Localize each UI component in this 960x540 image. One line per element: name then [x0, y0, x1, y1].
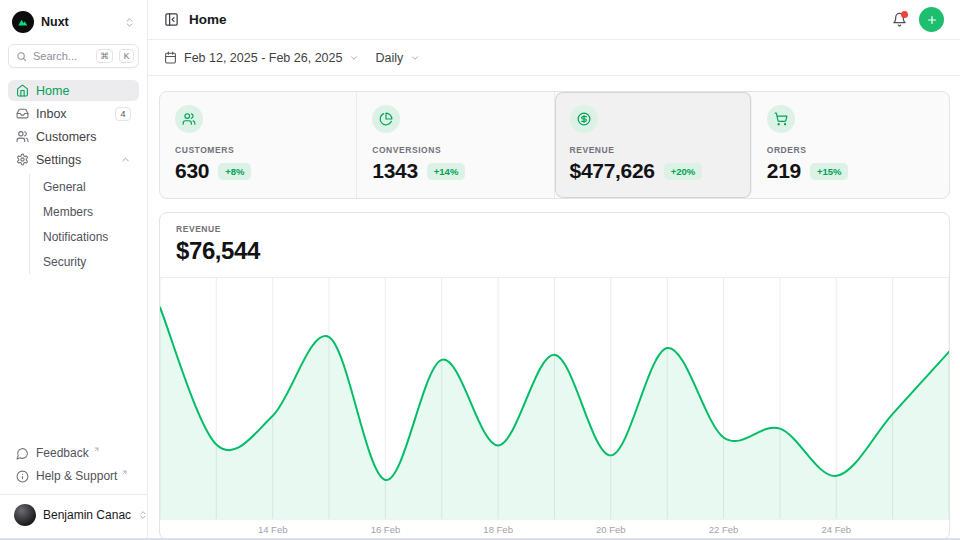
stat-value: $477,626: [570, 159, 655, 183]
external-link-icon: [121, 469, 128, 476]
user-name: Benjamin Canac: [43, 508, 131, 522]
revenue-chart-svg: [160, 278, 949, 519]
home-icon: [16, 84, 29, 97]
stat-value: 630: [175, 159, 209, 183]
revenue-chart-card: REVENUE $76,544 14 Feb16 Feb18 Feb20 Feb…: [159, 212, 950, 540]
sidebar-footer-links: Feedback Help & Support: [8, 443, 139, 494]
search-input[interactable]: Search... ⌘ K: [8, 44, 139, 68]
info-circle-icon: [16, 470, 29, 483]
chevrons-up-down-icon: [138, 510, 148, 520]
chevron-down-icon: [349, 53, 359, 63]
sidebar-nav: Home Inbox 4 Customers Settings Genera: [8, 80, 139, 274]
sidebar-item-home[interactable]: Home: [8, 80, 139, 101]
help-support-label: Help & Support: [36, 469, 117, 483]
inbox-count-badge: 4: [115, 107, 131, 121]
workspace-switcher[interactable]: Nuxt: [8, 8, 139, 44]
stat-delta-badge: +15%: [810, 163, 849, 180]
panel-collapse-icon[interactable]: [164, 12, 179, 27]
sidebar-item-inbox[interactable]: Inbox 4: [8, 103, 139, 124]
x-tick-label: 24 Feb: [821, 524, 851, 535]
page-header: Home: [148, 0, 960, 40]
date-range-picker[interactable]: Feb 12, 2025 - Feb 26, 2025: [164, 51, 359, 65]
avatar: [14, 504, 36, 526]
users-icon: [175, 105, 203, 133]
add-button[interactable]: [919, 7, 944, 32]
stat-delta-badge: +20%: [664, 163, 703, 180]
sidebar-item-security[interactable]: Security: [30, 249, 139, 274]
circle-dollar-icon: [570, 105, 598, 133]
chevron-up-icon: [120, 154, 131, 165]
message-bubble-icon: [16, 447, 29, 460]
help-support-link[interactable]: Help & Support: [8, 466, 139, 486]
sidebar: Nuxt Search... ⌘ K Home Inbox 4: [0, 0, 148, 540]
granularity-value: Daily: [375, 51, 403, 65]
sidebar-item-settings[interactable]: Settings: [8, 149, 139, 170]
chart-value: $76,544: [176, 237, 933, 265]
revenue-area-chart[interactable]: [160, 278, 949, 519]
x-tick-label: 18 Feb: [483, 524, 513, 535]
users-icon: [16, 130, 29, 143]
plus-icon: [926, 14, 938, 26]
granularity-select[interactable]: Daily: [375, 51, 420, 65]
sidebar-item-customers[interactable]: Customers: [8, 126, 139, 147]
sidebar-item-label: Inbox: [36, 107, 108, 121]
x-axis-ticks: 14 Feb16 Feb18 Feb20 Feb22 Feb24 Feb: [160, 519, 949, 539]
sidebar-spacer: [8, 274, 139, 443]
sidebar-item-notifications[interactable]: Notifications: [30, 224, 139, 249]
workspace-name: Nuxt: [41, 15, 117, 29]
inbox-icon: [16, 107, 29, 120]
content: CUSTOMERS 630 +8% CONVERSIONS 1343 +14%: [148, 76, 960, 540]
external-link-icon: [93, 446, 100, 453]
shopping-cart-icon: [767, 105, 795, 133]
sidebar-item-members[interactable]: Members: [30, 199, 139, 224]
calendar-icon: [164, 51, 177, 64]
pie-chart-icon: [372, 105, 400, 133]
notifications-button[interactable]: [892, 12, 907, 27]
chevron-down-icon: [410, 53, 420, 63]
stat-label: REVENUE: [570, 145, 736, 155]
stats-card: CUSTOMERS 630 +8% CONVERSIONS 1343 +14%: [159, 91, 950, 199]
search-icon: [16, 51, 27, 62]
nuxt-logo-icon: [12, 11, 34, 33]
stat-value: 1343: [372, 159, 418, 183]
filters-toolbar: Feb 12, 2025 - Feb 26, 2025 Daily: [148, 40, 960, 76]
kbd-k: K: [119, 49, 134, 63]
stat-label: ORDERS: [767, 145, 934, 155]
feedback-link[interactable]: Feedback: [8, 443, 139, 463]
stat-delta-badge: +14%: [427, 163, 466, 180]
sidebar-item-label: Settings: [36, 153, 113, 167]
x-tick-label: 16 Feb: [371, 524, 401, 535]
x-tick-label: 22 Feb: [709, 524, 739, 535]
chevrons-up-down-icon: [124, 17, 135, 28]
sidebar-item-label: Home: [36, 84, 131, 98]
x-tick-label: 20 Feb: [596, 524, 626, 535]
sidebar-item-label: Customers: [36, 130, 131, 144]
settings-subnav: General Members Notifications Security: [29, 174, 139, 274]
chart-label: REVENUE: [176, 224, 933, 234]
x-tick-label: 14 Feb: [258, 524, 288, 535]
stat-delta-badge: +8%: [218, 163, 251, 180]
stat-revenue[interactable]: REVENUE $477,626 +20%: [555, 92, 752, 198]
stat-orders[interactable]: ORDERS 219 +15%: [752, 92, 949, 198]
search-placeholder: Search...: [33, 50, 90, 62]
main-area: Home Feb 12, 2025 - Feb 26, 2025 Daily: [148, 0, 960, 540]
sidebar-item-general[interactable]: General: [30, 174, 139, 199]
stat-label: CUSTOMERS: [175, 145, 341, 155]
date-range-value: Feb 12, 2025 - Feb 26, 2025: [184, 51, 342, 65]
chart-header: REVENUE $76,544: [160, 213, 949, 278]
stat-label: CONVERSIONS: [372, 145, 538, 155]
user-menu[interactable]: Benjamin Canac: [8, 495, 139, 532]
page-title: Home: [189, 12, 227, 27]
notification-dot: [901, 11, 908, 18]
kbd-meta: ⌘: [96, 49, 114, 63]
feedback-label: Feedback: [36, 446, 89, 460]
stat-value: 219: [767, 159, 801, 183]
gear-icon: [16, 153, 29, 166]
stat-customers[interactable]: CUSTOMERS 630 +8%: [160, 92, 357, 198]
stat-conversions[interactable]: CONVERSIONS 1343 +14%: [357, 92, 554, 198]
